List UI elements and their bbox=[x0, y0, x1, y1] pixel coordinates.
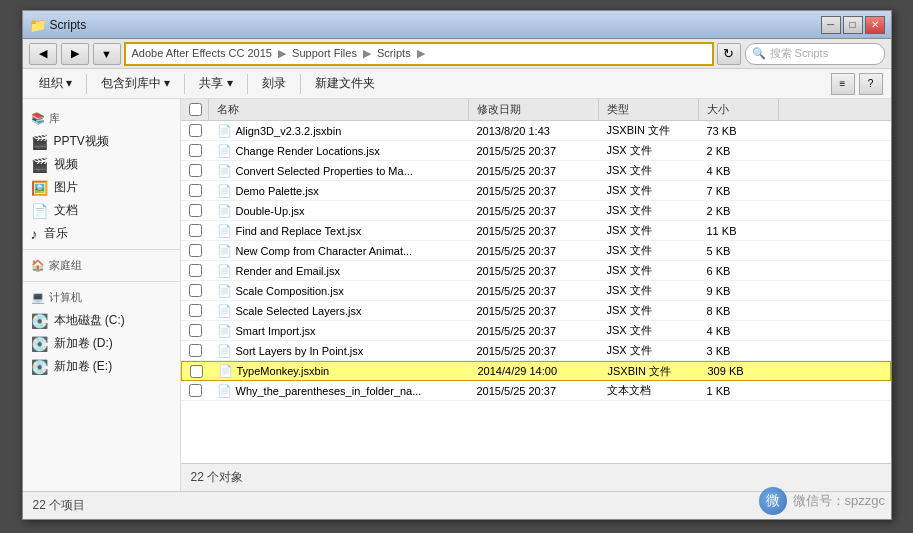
row-check-9[interactable] bbox=[181, 301, 209, 320]
row-size-5: 11 KB bbox=[699, 221, 779, 240]
row-date-3: 2015/5/25 20:37 bbox=[469, 181, 599, 200]
pptv-label: PPTV视频 bbox=[54, 133, 109, 150]
table-row[interactable]: 📄 Double-Up.jsx 2015/5/25 20:37 JSX 文件 2… bbox=[181, 201, 891, 221]
dropdown-button[interactable]: ▼ bbox=[93, 43, 121, 65]
row-size-1: 2 KB bbox=[699, 141, 779, 160]
row-check-7[interactable] bbox=[181, 261, 209, 280]
forward-button[interactable]: ▶ bbox=[61, 43, 89, 65]
row-name-6: 📄 New Comp from Character Animat... bbox=[209, 241, 469, 260]
refresh-button[interactable]: ↻ bbox=[717, 43, 741, 65]
sidebar-item-video[interactable]: 🎬 视频 bbox=[23, 153, 180, 176]
organize-button[interactable]: 组织 ▾ bbox=[31, 72, 80, 96]
row-date-10: 2015/5/25 20:37 bbox=[469, 321, 599, 340]
sidebar-item-documents[interactable]: 📄 文档 bbox=[23, 199, 180, 222]
row-type-13: 文本文档 bbox=[599, 381, 699, 400]
table-row[interactable]: 📄 TypeMonkey.jsxbin 2014/4/29 14:00 JSXB… bbox=[181, 361, 891, 381]
row-type-6: JSX 文件 bbox=[599, 241, 699, 260]
table-row[interactable]: 📄 Smart Import.jsx 2015/5/25 20:37 JSX 文… bbox=[181, 321, 891, 341]
col-header-check[interactable] bbox=[181, 99, 209, 120]
row-check-1[interactable] bbox=[181, 141, 209, 160]
back-button[interactable]: ◀ bbox=[29, 43, 57, 65]
close-button[interactable]: ✕ bbox=[865, 16, 885, 34]
row-check-11[interactable] bbox=[181, 341, 209, 360]
sidebar-divider-2 bbox=[23, 281, 180, 282]
music-label: 音乐 bbox=[44, 225, 68, 242]
table-row[interactable]: 📄 Sort Layers by In Point.jsx 2015/5/25 … bbox=[181, 341, 891, 361]
sidebar-header-computer: 💻 计算机 bbox=[23, 286, 180, 309]
row-check-0[interactable] bbox=[181, 121, 209, 140]
sidebar-item-music[interactable]: ♪ 音乐 bbox=[23, 222, 180, 245]
sidebar-item-drive-c[interactable]: 💽 本地磁盘 (C:) bbox=[23, 309, 180, 332]
col-header-type[interactable]: 类型 bbox=[599, 99, 699, 120]
address-path-box[interactable]: Adobe After Effects CC 2015 ▶ Support Fi… bbox=[125, 43, 713, 65]
sidebar-item-drive-e[interactable]: 💽 新加卷 (E:) bbox=[23, 355, 180, 378]
column-headers: 名称 修改日期 类型 大小 bbox=[181, 99, 891, 121]
file-icon: 📄 bbox=[217, 204, 232, 218]
help-button[interactable]: ? bbox=[859, 73, 883, 95]
row-type-0: JSXBIN 文件 bbox=[599, 121, 699, 140]
row-date-11: 2015/5/25 20:37 bbox=[469, 341, 599, 360]
select-all-checkbox[interactable] bbox=[189, 103, 202, 116]
minimize-button[interactable]: ─ bbox=[821, 16, 841, 34]
maximize-button[interactable]: □ bbox=[843, 16, 863, 34]
library-icon: 📚 bbox=[31, 112, 45, 125]
table-row[interactable]: 📄 Find and Replace Text.jsx 2015/5/25 20… bbox=[181, 221, 891, 241]
table-row[interactable]: 📄 Convert Selected Properties to Ma... 2… bbox=[181, 161, 891, 181]
row-check-6[interactable] bbox=[181, 241, 209, 260]
table-row[interactable]: 📄 Scale Selected Layers.jsx 2015/5/25 20… bbox=[181, 301, 891, 321]
col-header-date[interactable]: 修改日期 bbox=[469, 99, 599, 120]
row-type-4: JSX 文件 bbox=[599, 201, 699, 220]
row-check-3[interactable] bbox=[181, 181, 209, 200]
table-row[interactable]: 📄 Scale Composition.jsx 2015/5/25 20:37 … bbox=[181, 281, 891, 301]
path-text: Adobe After Effects CC 2015 ▶ Support Fi… bbox=[132, 47, 428, 60]
table-row[interactable]: 📄 Demo Palette.jsx 2015/5/25 20:37 JSX 文… bbox=[181, 181, 891, 201]
pictures-label: 图片 bbox=[54, 179, 78, 196]
sidebar-item-pictures[interactable]: 🖼️ 图片 bbox=[23, 176, 180, 199]
search-placeholder: 搜索 Scripts bbox=[770, 46, 829, 61]
row-check-5[interactable] bbox=[181, 221, 209, 240]
library-label: 库 bbox=[49, 111, 60, 126]
sidebar-item-drive-d[interactable]: 💽 新加卷 (D:) bbox=[23, 332, 180, 355]
row-date-6: 2015/5/25 20:37 bbox=[469, 241, 599, 260]
row-name-13: 📄 Why_the_parentheses_in_folder_na... bbox=[209, 381, 469, 400]
row-check-2[interactable] bbox=[181, 161, 209, 180]
search-box[interactable]: 🔍 搜索 Scripts bbox=[745, 43, 885, 65]
file-name: Double-Up.jsx bbox=[236, 205, 305, 217]
table-row[interactable]: 📄 Why_the_parentheses_in_folder_na... 20… bbox=[181, 381, 891, 401]
table-row[interactable]: 📄 Align3D_v2.3.2.jsxbin 2013/8/20 1:43 J… bbox=[181, 121, 891, 141]
col-header-size[interactable]: 大小 bbox=[699, 99, 779, 120]
view-options-button[interactable]: ≡ bbox=[831, 73, 855, 95]
row-size-11: 3 KB bbox=[699, 341, 779, 360]
burn-button[interactable]: 刻录 bbox=[254, 72, 294, 96]
row-name-0: 📄 Align3D_v2.3.2.jsxbin bbox=[209, 121, 469, 140]
sidebar-divider-1 bbox=[23, 249, 180, 250]
explorer-window: 📁 Scripts ─ □ ✕ ◀ ▶ ▼ Adobe After Effect… bbox=[22, 10, 892, 520]
row-check-13[interactable] bbox=[181, 381, 209, 400]
sidebar-item-pptv[interactable]: 🎬 PPTV视频 bbox=[23, 130, 180, 153]
title-bar: 📁 Scripts ─ □ ✕ bbox=[23, 11, 891, 39]
table-row[interactable]: 📄 Change Render Locations.jsx 2015/5/25 … bbox=[181, 141, 891, 161]
row-date-0: 2013/8/20 1:43 bbox=[469, 121, 599, 140]
sidebar-section-library: 📚 库 🎬 PPTV视频 🎬 视频 🖼️ 图片 📄 文档 bbox=[23, 107, 180, 245]
drive-d-label: 新加卷 (D:) bbox=[54, 335, 113, 352]
row-size-12: 309 KB bbox=[700, 362, 780, 380]
file-name: Change Render Locations.jsx bbox=[236, 145, 380, 157]
row-check-4[interactable] bbox=[181, 201, 209, 220]
include-button[interactable]: 包含到库中 ▾ bbox=[93, 72, 178, 96]
table-row[interactable]: 📄 Render and Email.jsx 2015/5/25 20:37 J… bbox=[181, 261, 891, 281]
row-check-12[interactable] bbox=[182, 362, 210, 380]
row-type-3: JSX 文件 bbox=[599, 181, 699, 200]
table-row[interactable]: 📄 New Comp from Character Animat... 2015… bbox=[181, 241, 891, 261]
file-name: Align3D_v2.3.2.jsxbin bbox=[236, 125, 342, 137]
share-button[interactable]: 共享 ▾ bbox=[191, 72, 240, 96]
file-icon: 📄 bbox=[217, 144, 232, 158]
toolbar-separator-4 bbox=[300, 74, 301, 94]
row-check-8[interactable] bbox=[181, 281, 209, 300]
file-name: Why_the_parentheses_in_folder_na... bbox=[236, 385, 422, 397]
row-check-10[interactable] bbox=[181, 321, 209, 340]
file-name: TypeMonkey.jsxbin bbox=[237, 365, 330, 377]
new-folder-button[interactable]: 新建文件夹 bbox=[307, 72, 383, 96]
file-icon: 📄 bbox=[217, 264, 232, 278]
col-header-name[interactable]: 名称 bbox=[209, 99, 469, 120]
file-icon: 📄 bbox=[217, 324, 232, 338]
